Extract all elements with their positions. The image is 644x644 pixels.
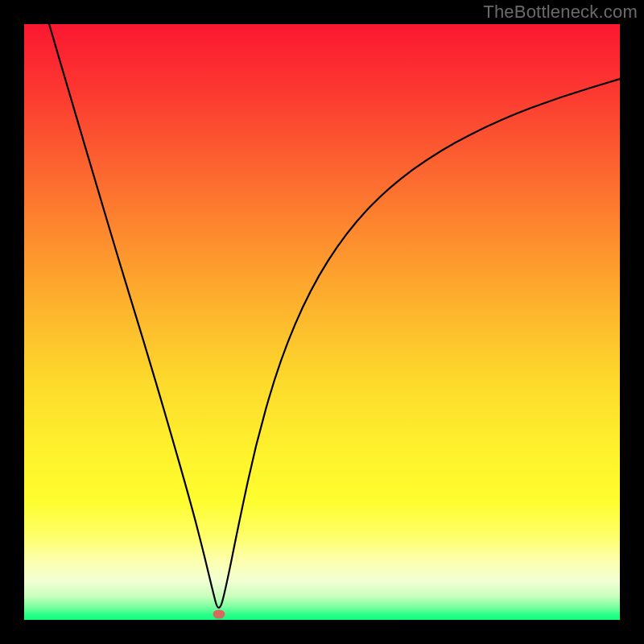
chart-frame: TheBottleneck.com [0,0,644,644]
plot-area [24,24,620,620]
watermark-text: TheBottleneck.com [483,2,638,23]
bottleneck-curve [24,24,620,620]
optimum-marker [213,609,225,618]
